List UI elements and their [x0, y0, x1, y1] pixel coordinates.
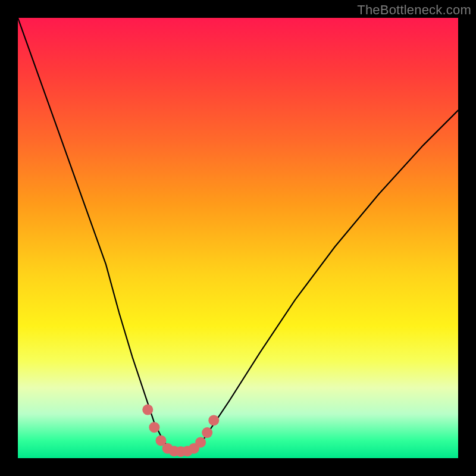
highlight-dot [195, 437, 206, 447]
highlight-dot [202, 427, 212, 438]
curve-svg [18, 18, 458, 458]
watermark-text: TheBottleneck.com [357, 2, 471, 18]
highlight-dot [182, 446, 193, 456]
highlight-dot [208, 415, 219, 425]
highlight-dot [156, 435, 167, 446]
highlight-dot [189, 443, 199, 454]
highlight-dot [169, 446, 180, 456]
highlight-dots [142, 405, 219, 457]
plot-area [18, 18, 458, 458]
highlight-dot [176, 446, 186, 457]
highlight-dot [162, 443, 173, 454]
chart-frame: TheBottleneck.com [0, 0, 476, 476]
highlight-dot [142, 405, 153, 415]
highlight-dot [149, 422, 159, 433]
bottleneck-curve [18, 18, 458, 452]
